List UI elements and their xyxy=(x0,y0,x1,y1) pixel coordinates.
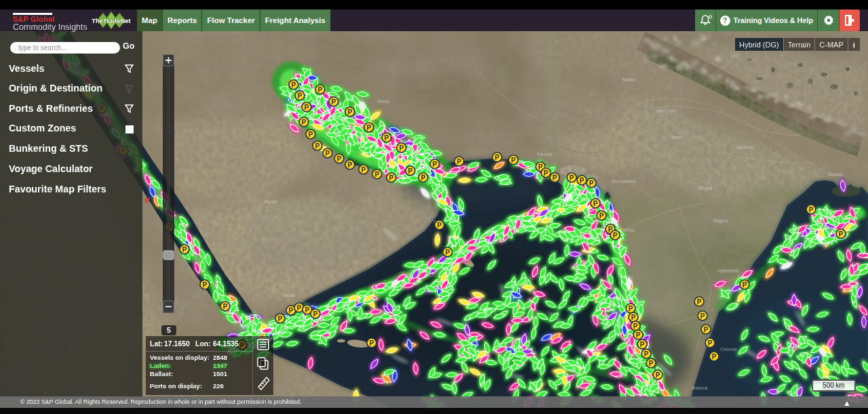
svg-text:Jaipur: Jaipur xyxy=(671,135,684,140)
svg-text:Multan: Multan xyxy=(623,77,636,82)
svg-text:Bhopal: Bhopal xyxy=(698,186,713,191)
svg-text:Nagpur: Nagpur xyxy=(713,218,728,224)
svg-text:Chennai: Chennai xyxy=(720,347,736,352)
svg-text:Karachi: Karachi xyxy=(537,152,552,157)
svg-text:Madurai: Madurai xyxy=(692,386,707,390)
svg-text:Sanaa: Sanaa xyxy=(282,293,295,297)
svg-text:TheTradeNet: TheTradeNet xyxy=(92,17,131,24)
svg-text:Ahmadabad: Ahmadabad xyxy=(612,179,635,184)
svg-text:Shiraz: Shiraz xyxy=(377,99,389,104)
svg-text:Hyderabad: Hyderabad xyxy=(717,268,739,274)
svg-text:New Delhi: New Delhi xyxy=(656,108,677,113)
svg-text:Varanasi: Varanasi xyxy=(736,145,753,150)
svg-text:Kolkata: Kolkata xyxy=(829,172,844,177)
svg-text:Riyadh: Riyadh xyxy=(264,199,279,205)
